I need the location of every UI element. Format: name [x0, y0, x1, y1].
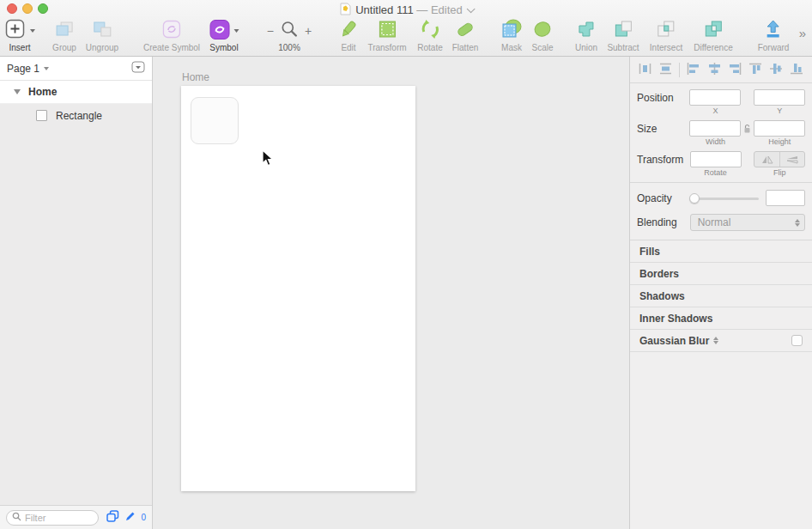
flip-horizontal-button[interactable]: [754, 152, 779, 167]
lock-aspect-icon[interactable]: [741, 124, 754, 134]
width-label: Width: [690, 137, 742, 146]
align-right-icon[interactable]: [728, 62, 742, 78]
group-icon: [53, 18, 76, 43]
ungroup-label: Ungroup: [86, 43, 118, 52]
alignment-toolbar: [630, 57, 812, 83]
toolbar-overflow-button[interactable]: »: [799, 26, 804, 40]
difference-label: Difference: [694, 43, 732, 52]
transform-label: Transform: [367, 43, 406, 52]
zoom-control: − + 100%: [267, 19, 312, 52]
pencil-badge-icon[interactable]: [124, 511, 136, 525]
distribute-vertically-icon[interactable]: [658, 62, 673, 78]
x-axis-label: X: [690, 106, 742, 115]
align-bottom-icon[interactable]: [790, 62, 804, 78]
rotate-button[interactable]: Rotate: [417, 19, 442, 52]
borders-section-header[interactable]: Borders: [630, 263, 812, 285]
difference-button[interactable]: Difference: [694, 19, 732, 52]
gaussian-blur-label: Gaussian Blur: [639, 335, 709, 347]
layer-item-home[interactable]: Home: [0, 81, 152, 104]
union-label: Union: [575, 43, 597, 52]
ungroup-button[interactable]: Ungroup: [86, 19, 118, 52]
blending-select[interactable]: Normal: [690, 214, 805, 231]
forward-arrow-icon: [762, 18, 785, 43]
rectangle-shape[interactable]: [191, 97, 239, 144]
page-chevron-down-icon: [44, 67, 49, 70]
align-middle-vertical-icon[interactable]: [769, 62, 784, 78]
y-axis-label: Y: [754, 106, 805, 115]
page-list-toggle-button[interactable]: [131, 61, 145, 76]
position-y-input[interactable]: [754, 89, 805, 106]
blur-type-stepper-icon[interactable]: [713, 337, 718, 344]
shadows-section-header[interactable]: Shadows: [630, 285, 812, 307]
flatten-button[interactable]: Flatten: [452, 19, 479, 52]
distribute-horizontally-icon[interactable]: [638, 62, 652, 78]
inspector-panel: Position X Y Size: [629, 57, 812, 529]
filter-input[interactable]: [25, 513, 85, 523]
duplicate-pages-icon[interactable]: [106, 510, 119, 525]
insert-label: Insert: [9, 43, 30, 52]
union-icon: [575, 18, 597, 43]
layer-list: Rectangle: [0, 104, 152, 505]
ungroup-icon: [91, 18, 113, 43]
mask-button[interactable]: Mask: [500, 19, 523, 52]
insert-dropdown-caret-icon: [30, 29, 35, 33]
toolbar: Untitled 111 — Edited Insert Group Ungro…: [0, 0, 812, 57]
create-symbol-label: Create Symbol: [143, 43, 200, 52]
inner-shadows-section-header[interactable]: Inner Shadows: [630, 307, 812, 330]
zoom-out-button[interactable]: −: [267, 24, 274, 38]
align-top-icon[interactable]: [748, 62, 763, 78]
document-title: Untitled 111: [355, 3, 413, 16]
magnifier-icon: [280, 20, 299, 41]
canvas[interactable]: Home: [153, 57, 629, 529]
rotate-icon: [419, 18, 441, 43]
opacity-label: Opacity: [637, 192, 689, 204]
flip-control: [754, 151, 805, 167]
flip-label: Flip: [754, 168, 805, 177]
insert-button[interactable]: Insert: [4, 19, 35, 52]
mask-icon: [500, 18, 523, 43]
layer-item-rectangle[interactable]: Rectangle: [0, 104, 152, 127]
slider-thumb[interactable]: [689, 193, 700, 204]
edited-label[interactable]: — Edited: [416, 3, 462, 16]
subtract-button[interactable]: Subtract: [607, 19, 639, 52]
width-input[interactable]: [689, 120, 741, 137]
gaussian-blur-section-header[interactable]: Gaussian Blur: [630, 330, 812, 352]
artboard-title[interactable]: Home: [182, 71, 209, 83]
transform-button[interactable]: Transform: [367, 19, 406, 52]
position-x-input[interactable]: [689, 89, 741, 106]
disclosure-triangle-icon[interactable]: [14, 89, 21, 94]
inner-shadows-label: Inner Shadows: [639, 313, 712, 325]
rectangle-layer-icon: [36, 110, 47, 121]
rotate-label: Rotate: [690, 168, 742, 177]
rotate-input[interactable]: [690, 151, 742, 167]
create-symbol-button[interactable]: Create Symbol: [143, 19, 200, 52]
zoom-level[interactable]: 100%: [278, 43, 300, 52]
page-name: Page 1: [7, 63, 39, 75]
opacity-slider[interactable]: [689, 193, 759, 204]
align-left-icon[interactable]: [686, 62, 700, 78]
zoom-in-button[interactable]: +: [305, 24, 312, 38]
forward-button[interactable]: Forward: [758, 19, 790, 52]
intersect-button[interactable]: Intersect: [650, 19, 682, 52]
height-input[interactable]: [754, 120, 805, 137]
group-button[interactable]: Group: [52, 19, 76, 52]
page-selector[interactable]: Page 1: [0, 57, 152, 81]
borders-label: Borders: [639, 268, 679, 280]
edit-button[interactable]: Edit: [337, 19, 360, 52]
badge-count: 0: [141, 513, 146, 522]
search-icon: [12, 512, 21, 524]
symbol-button[interactable]: Symbol: [209, 19, 239, 52]
scale-label: Scale: [531, 43, 553, 52]
inspector-empty-area: [630, 352, 812, 529]
fills-section-header[interactable]: Fills: [630, 240, 812, 263]
align-center-horizontal-icon[interactable]: [707, 62, 722, 78]
scale-button[interactable]: Scale: [531, 19, 554, 52]
symbol-dropdown-caret-icon: [234, 29, 239, 33]
group-label: Group: [52, 43, 76, 52]
filter-field[interactable]: [6, 510, 99, 526]
opacity-input[interactable]: [766, 190, 805, 206]
gaussian-blur-checkbox[interactable]: [791, 335, 803, 346]
union-button[interactable]: Union: [575, 19, 597, 52]
flip-vertical-button[interactable]: [780, 152, 804, 167]
artboard-home[interactable]: [181, 86, 415, 491]
